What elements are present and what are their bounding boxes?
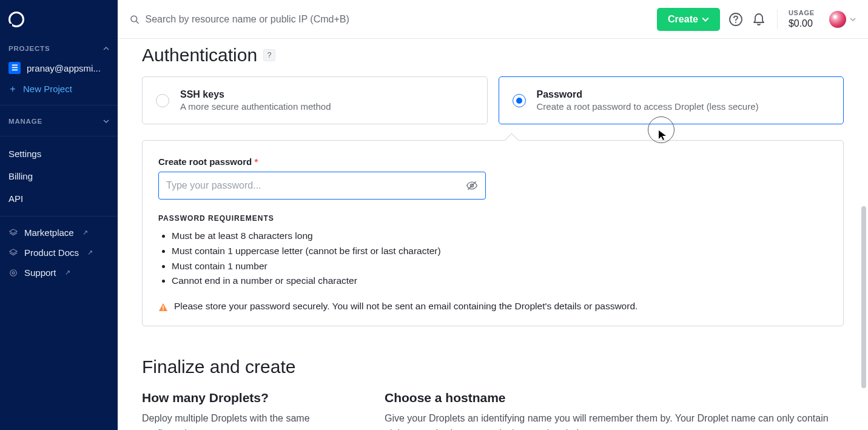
req-item: Must be at least 8 characters long (172, 229, 827, 244)
authentication-heading: Authentication ? (142, 45, 844, 66)
api-label: API (8, 193, 23, 204)
help-icon[interactable] (728, 12, 743, 27)
chevron-down-icon (103, 118, 109, 124)
finalize-heading: Finalize and create (142, 357, 844, 377)
projects-label: PROJECTS (8, 45, 50, 52)
search-icon (130, 15, 140, 24)
chevron-down-icon (850, 16, 856, 22)
svg-point-0 (10, 269, 17, 276)
scrollbar-thumb[interactable] (861, 206, 866, 388)
topbar: Create USAGE $0.00 (118, 0, 868, 39)
req-item: Must contain 1 uppercase letter (cannot … (172, 244, 827, 259)
external-link-icon: ↗ (87, 249, 93, 257)
root-password-label: Create root password * (158, 156, 827, 167)
plus-icon: + (8, 85, 17, 93)
sidebar-item-support[interactable]: Support ↗ (0, 263, 118, 283)
how-many-droplets-text: Deploy multiple Droplets with the same c… (142, 411, 360, 430)
sidebar: PROJECTS ☰ pranay@appsmi... + New Projec… (0, 0, 118, 430)
sidebar-divider (0, 105, 118, 106)
sidebar-item-api[interactable]: API (0, 187, 118, 210)
svg-point-2 (131, 16, 137, 22)
auth-method-row: SSH keys A more secure authentication me… (142, 76, 844, 124)
svg-point-1 (12, 272, 15, 274)
chevron-up-icon (103, 45, 109, 52)
sidebar-divider (0, 216, 118, 217)
search-wrap (130, 14, 648, 25)
product-docs-label: Product Docs (24, 247, 79, 258)
projects-section-header[interactable]: PROJECTS (0, 39, 118, 57)
billing-label: Billing (8, 171, 33, 181)
warning-text: Please store your password securely. You… (174, 301, 638, 312)
finalize-col-hostname: Choose a hostname Give your Droplets an … (385, 391, 844, 430)
manage-section-header[interactable]: MANAGE (0, 112, 118, 130)
sidebar-item-billing[interactable]: Billing (0, 165, 118, 187)
settings-label: Settings (8, 149, 41, 159)
manage-label: MANAGE (8, 118, 42, 125)
choose-hostname-title: Choose a hostname (385, 391, 844, 405)
external-link-icon: ↗ (82, 229, 88, 237)
svg-line-3 (136, 21, 139, 23)
logo-icon (8, 12, 24, 27)
layers-icon (8, 228, 18, 238)
warning-icon (158, 303, 168, 312)
avatar (829, 11, 846, 28)
sidebar-divider (0, 136, 118, 136)
auth-card-password[interactable]: Password Create a root password to acces… (499, 76, 844, 124)
usage-value: $0.00 (789, 18, 815, 29)
search-input[interactable] (146, 14, 649, 25)
layers-icon (8, 248, 18, 258)
auth-heading-text: Authentication (142, 45, 257, 66)
ssh-subtitle: A more secure authentication method (180, 101, 331, 112)
create-button[interactable]: Create (657, 8, 720, 31)
col1-text-a: Deploy multiple Droplets with the same (142, 413, 310, 423)
usage-box[interactable]: USAGE $0.00 (777, 9, 815, 29)
ssh-title: SSH keys (180, 89, 331, 100)
choose-hostname-text: Give your Droplets an identifying name y… (385, 411, 844, 430)
password-panel: Create root password * PASSWORD REQUIREM… (142, 140, 844, 326)
external-link-icon: ↗ (65, 269, 70, 277)
root-password-label-text: Create root password (158, 156, 252, 167)
radio-password[interactable] (513, 94, 526, 107)
project-name: pranay@appsmi... (27, 63, 101, 73)
finalize-col-droplets: How many Droplets? Deploy multiple Dropl… (142, 391, 360, 430)
radio-ssh[interactable] (156, 94, 169, 107)
create-label: Create (668, 14, 698, 25)
required-star: * (254, 156, 258, 167)
req-item: Cannot end in a number or special charac… (172, 274, 827, 289)
password-requirements-heading: PASSWORD REQUIREMENTS (158, 214, 827, 223)
account-menu[interactable] (829, 11, 856, 28)
help-badge[interactable]: ? (263, 49, 275, 61)
password-subtitle: Create a root password to access Droplet… (537, 101, 759, 112)
how-many-droplets-title: How many Droplets? (142, 391, 360, 405)
new-project-button[interactable]: + New Project (0, 79, 118, 99)
password-title: Password (537, 89, 759, 100)
warning-row: Please store your password securely. You… (158, 301, 827, 312)
main: Create USAGE $0.00 Authentication ? SSH … (118, 0, 868, 430)
bell-icon[interactable] (752, 12, 766, 27)
sidebar-item-product-docs[interactable]: Product Docs ↗ (0, 243, 118, 263)
password-requirements-list: Must be at least 8 characters long Must … (158, 229, 827, 289)
sidebar-item-settings[interactable]: Settings (0, 143, 118, 165)
root-password-input[interactable] (166, 180, 466, 191)
req-item: Must contain 1 number (172, 259, 827, 274)
sidebar-project-item[interactable]: ☰ pranay@appsmi... (0, 57, 118, 79)
chevron-down-icon (702, 16, 709, 23)
svg-rect-9 (163, 309, 164, 311)
content: Authentication ? SSH keys A more secure … (118, 39, 868, 430)
finalize-row: How many Droplets? Deploy multiple Dropl… (142, 391, 844, 430)
svg-point-5 (735, 21, 736, 22)
brand-logo[interactable] (0, 0, 118, 39)
new-project-label: New Project (23, 84, 72, 94)
support-label: Support (24, 267, 56, 278)
lifebuoy-icon (8, 268, 18, 278)
svg-rect-8 (163, 306, 164, 309)
password-input-wrap (158, 172, 486, 200)
project-icon: ☰ (8, 62, 21, 74)
auth-card-ssh[interactable]: SSH keys A more secure authentication me… (142, 76, 488, 124)
eye-off-icon[interactable] (466, 180, 478, 192)
usage-label: USAGE (789, 9, 815, 17)
marketplace-label: Marketplace (24, 227, 74, 238)
sidebar-item-marketplace[interactable]: Marketplace ↗ (0, 223, 118, 243)
